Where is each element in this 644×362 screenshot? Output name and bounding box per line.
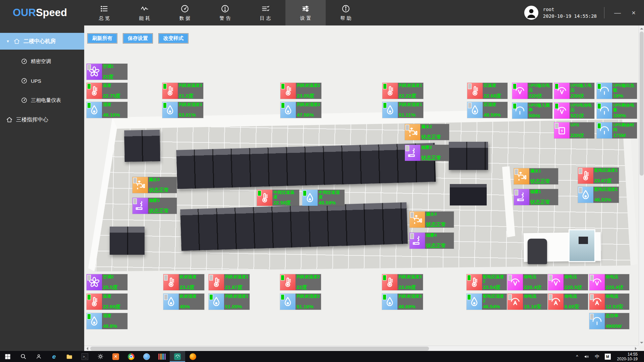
expand-arrow-icon[interactable]: ▼	[6, 39, 10, 43]
ime-language-button[interactable]: 中	[593, 351, 602, 362]
scroll-down-button[interactable]	[639, 340, 644, 346]
taskbar-contacts-button[interactable]	[31, 351, 46, 362]
sensor-value: 45%	[180, 304, 203, 310]
sensor-badge[interactable]: 漏水3状态正常	[132, 177, 177, 193]
sensor-badge[interactable]: UPS电池电压521伏	[554, 103, 594, 119]
refresh-all-button[interactable]: 刷新所有	[88, 34, 117, 43]
sensor-badge[interactable]: 配电区温度123.67度	[578, 168, 619, 184]
hidden-icons-button[interactable]: ^	[574, 351, 581, 362]
sensor-badge[interactable]: 烟雾1状态正常	[514, 189, 558, 205]
sensor-badge[interactable]: 空调225.5度	[87, 274, 127, 290]
status-indicator	[515, 190, 518, 195]
sensor-badge[interactable]: 湿度48.8%	[87, 313, 127, 329]
sensor-badge[interactable]: 列机柜湿度151.05%	[209, 294, 250, 310]
sensor-badge[interactable]: 配电区湿度246.54%	[467, 294, 507, 310]
sensor-badge[interactable]: 列机柜湿度151.11%	[382, 102, 423, 118]
sensor-badge[interactable]: 配电区湿度146.53%	[578, 187, 619, 203]
sensor-badge[interactable]: UPS输出负载19%	[597, 83, 637, 99]
horizontal-scroll-thumb[interactable]	[90, 347, 429, 351]
avatar[interactable]	[524, 6, 538, 20]
sensor-badge[interactable]: 列机柜湿度247.56%	[280, 102, 321, 118]
sensor-badge[interactable]: 温度22.69度	[87, 294, 127, 310]
sidebar-item-2[interactable]: 精密空调	[0, 54, 84, 69]
sensor-badge[interactable]: 机柜温度23.2度	[163, 274, 204, 290]
close-button[interactable]: ×	[628, 9, 639, 17]
home-icon	[13, 38, 20, 45]
sensor-badge[interactable]: 相电压220.5伏	[548, 274, 588, 290]
nav-tab-3[interactable]: 数据	[165, 0, 205, 25]
sensor-badge[interactable]: 烟雾2状态正常	[405, 145, 449, 161]
nav-tab-7[interactable]: 帮助	[326, 0, 366, 25]
sidebar-item-5[interactable]: 三楼指挥中心	[0, 112, 84, 127]
sensor-badge[interactable]: 温度22.75度	[87, 83, 127, 99]
sensor-badge[interactable]: 配电区温度223.54度	[467, 274, 507, 290]
taskbar-file-explorer-button[interactable]	[62, 351, 77, 362]
sensor-badge[interactable]: 漏水2状态正常	[405, 124, 449, 140]
sensor-badge[interactable]: 相电流9.65安	[548, 294, 588, 310]
sensor-badge[interactable]: 空调122度	[87, 64, 127, 80]
sensor-badge[interactable]: 相电流12.53安	[589, 294, 629, 310]
taskbar-utility-app-button[interactable]: ✕	[108, 351, 123, 362]
sensor-badge[interactable]: 中间过道温度22.58度	[257, 190, 299, 206]
taskbar-firefox-button[interactable]	[185, 351, 201, 362]
scroll-up-button[interactable]	[639, 25, 644, 31]
nav-tab-4[interactable]: 警告	[205, 0, 245, 25]
sensor-badge[interactable]: 相电流15.16安	[507, 294, 547, 310]
ime-mode-button[interactable]: M	[602, 351, 613, 362]
sensor-badge[interactable]: UPS220伏	[554, 122, 594, 138]
sensor-badge[interactable]: 列机柜温度223.05度	[280, 83, 321, 99]
sensor-badge[interactable]: 漏水4状态正常	[410, 212, 454, 228]
sensor-badge[interactable]: 列机柜温度222度	[280, 274, 321, 290]
taskbar-search-button[interactable]	[15, 351, 31, 362]
taskbar-settings-gear-button[interactable]	[93, 351, 108, 362]
sensor-badge[interactable]: 列机柜温度121.87度	[209, 274, 250, 290]
status-indicator	[406, 145, 409, 151]
speaker-icon[interactable]	[581, 351, 592, 362]
sensor-badge[interactable]: 烟雾3状态正常	[132, 198, 177, 214]
sensor-badge[interactable]: 总功率4900W	[589, 313, 629, 329]
sensor-badge[interactable]: 相电压220.4伏	[589, 274, 629, 290]
horizontal-scrollbar[interactable]	[84, 346, 639, 351]
nav-tab-1[interactable]: 总览	[84, 0, 124, 25]
sensor-badge[interactable]: 区温度22.68度	[467, 83, 507, 99]
sensor-badge[interactable]: 列机柜温度323.09度	[382, 274, 423, 290]
sensor-badge[interactable]: UPS输入频率50Hz	[512, 103, 552, 119]
sensor-badge[interactable]: 列机柜温度122.22度	[382, 83, 423, 99]
taskbar-terminal-button[interactable]: >_	[77, 351, 93, 362]
sensor-badge[interactable]: UPS输出电压220伏	[512, 83, 552, 99]
taskbar-chrome-button[interactable]	[123, 351, 139, 362]
sidebar-item-3[interactable]: UPS	[0, 73, 84, 88]
minimize-button[interactable]: —	[612, 9, 623, 17]
sensor-badge[interactable]: UPS剩余时间175M	[597, 122, 637, 138]
vertical-scrollbar[interactable]	[639, 25, 644, 346]
sidebar-item-4[interactable]: 三相电量仪表	[0, 93, 84, 108]
change-style-button[interactable]: 改变样式	[159, 34, 188, 43]
taskbar-start-button[interactable]	[0, 351, 15, 362]
sensor-badge[interactable]: 漏水1状态正常	[514, 168, 558, 184]
sensor-badge[interactable]: 列机柜湿度353.01%	[162, 102, 203, 118]
save-settings-button[interactable]: 保存设置	[123, 34, 153, 43]
taskbar-clock[interactable]: 14:55 2020-10-19	[614, 352, 641, 361]
taskbar-library-button[interactable]	[154, 351, 170, 362]
sensor-badge[interactable]: 相电压220.4伏	[507, 274, 547, 290]
sensor-badge[interactable]: 湿度49.16%	[87, 102, 127, 118]
vertical-scroll-thumb[interactable]	[640, 32, 644, 176]
sensor-badge[interactable]: 列机柜温度321.2度	[162, 83, 203, 99]
taskbar-ie-button[interactable]: e	[46, 351, 62, 362]
scroll-right-button[interactable]	[633, 346, 639, 351]
sensor-badge[interactable]: 机柜湿度45%	[163, 294, 204, 310]
sidebar-item-1[interactable]: ▼二楼中心机房	[0, 33, 84, 50]
taskbar-monitor-app-button[interactable]	[170, 351, 185, 362]
sensor-badge[interactable]: 中间过道湿度48.59%	[302, 190, 344, 206]
sensor-badge[interactable]: 烟雾4状态正常	[410, 233, 454, 249]
sensor-badge[interactable]: 列机柜湿度348.69%	[382, 294, 423, 310]
sensor-badge[interactable]: UPS输入电压230伏	[554, 83, 594, 99]
sensor-badge[interactable]: 区湿度49.59%	[467, 102, 507, 118]
scroll-left-button[interactable]	[84, 346, 90, 351]
nav-tab-5[interactable]: 日志	[245, 0, 285, 25]
sensor-badge[interactable]: 列机柜湿度251.16%	[280, 294, 321, 310]
sensor-badge[interactable]: UPS剩余电量100%	[597, 103, 637, 119]
nav-tab-6[interactable]: 设置	[285, 0, 326, 25]
taskbar-browser-app-button[interactable]	[139, 351, 154, 362]
nav-tab-2[interactable]: 能耗	[124, 0, 165, 25]
